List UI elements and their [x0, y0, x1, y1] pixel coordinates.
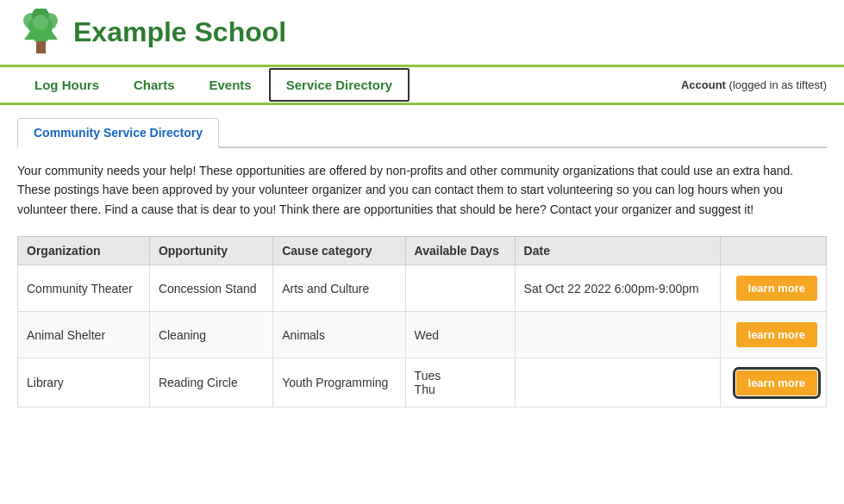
opp-cell: Reading Circle	[149, 358, 272, 408]
account-label: Account	[681, 78, 726, 91]
org-cell: Animal Shelter	[18, 312, 150, 358]
school-name: Example School	[73, 16, 286, 48]
col-available-days: Available Days	[405, 237, 515, 265]
tab-bar: Community Service Directory	[17, 118, 827, 148]
cause-cell: Animals	[273, 312, 405, 358]
nav-events[interactable]: Events	[192, 67, 269, 103]
days-cell: Wed	[405, 312, 515, 358]
table-row: Community TheaterConcession StandArts an…	[18, 265, 827, 312]
tree-logo-icon	[17, 9, 65, 56]
col-action	[721, 237, 827, 265]
tab-community-service-directory[interactable]: Community Service Directory	[17, 118, 219, 148]
org-cell: Library	[18, 358, 150, 408]
org-cell: Community Theater	[18, 265, 150, 312]
action-cell: learn more	[721, 358, 827, 408]
learn-more-button-1[interactable]: learn more	[736, 322, 817, 347]
days-cell	[405, 265, 515, 312]
cause-cell: Youth Programming	[273, 358, 405, 408]
days-cell: Tues Thu	[405, 358, 515, 408]
main-content: Community Service Directory Your communi…	[0, 105, 844, 420]
action-cell: learn more	[721, 312, 827, 358]
directory-table: Organization Opportunity Cause category …	[17, 236, 827, 408]
table-row: Animal ShelterCleaningAnimalsWedlearn mo…	[18, 312, 827, 358]
cause-cell: Arts and Culture	[273, 265, 405, 312]
account-detail: (logged in as tiftest)	[726, 78, 827, 91]
col-opportunity: Opportunity	[149, 237, 272, 265]
nav-log-hours[interactable]: Log Hours	[17, 67, 116, 103]
col-cause-category: Cause category	[273, 237, 405, 265]
directory-description: Your community needs your help! These op…	[17, 161, 827, 219]
table-header-row: Organization Opportunity Cause category …	[18, 237, 827, 265]
opp-cell: Cleaning	[149, 312, 272, 358]
account-area: Account (logged in as tiftest)	[681, 78, 827, 91]
svg-point-7	[33, 15, 48, 30]
date-cell: Sat Oct 22 2022 6:00pm-9:00pm	[515, 265, 720, 312]
action-cell: learn more	[721, 265, 827, 312]
logo-area: Example School	[17, 9, 286, 56]
date-cell	[515, 312, 720, 358]
learn-more-button-0[interactable]: learn more	[736, 276, 817, 301]
header: Example School	[0, 0, 844, 67]
col-organization: Organization	[18, 237, 150, 265]
nav-charts[interactable]: Charts	[116, 67, 192, 103]
nav-service-directory[interactable]: Service Directory	[269, 68, 409, 102]
svg-rect-0	[36, 41, 46, 53]
navigation: Log Hours Charts Events Service Director…	[0, 67, 844, 105]
table-row: LibraryReading CircleYouth ProgrammingTu…	[18, 358, 827, 408]
learn-more-button-2[interactable]: learn more	[736, 370, 817, 395]
date-cell	[515, 358, 720, 408]
col-date: Date	[515, 237, 720, 265]
opp-cell: Concession Stand	[149, 265, 272, 312]
